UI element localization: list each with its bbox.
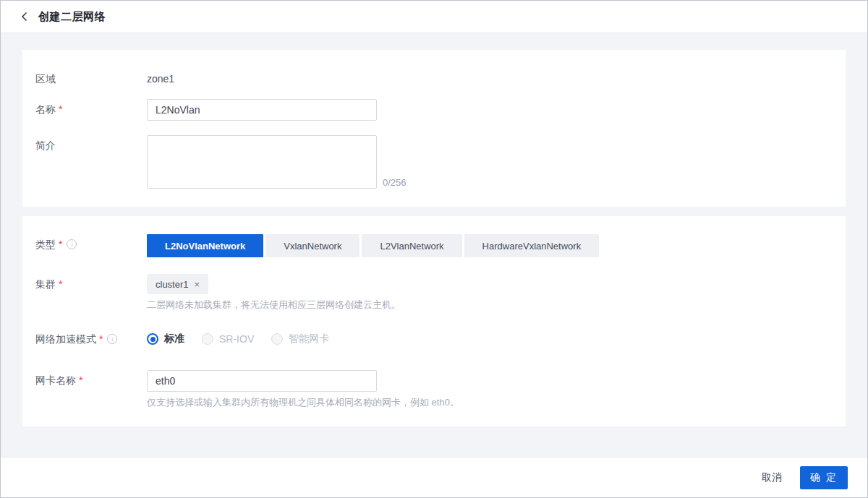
description-label: 简介 [22,135,147,155]
description-row: 简介 0/256 [22,135,846,189]
nic-helper-text: 仅支持选择或输入集群内所有物理机之间具体相同名称的网卡，例如 eth0。 [147,396,846,409]
page-header: 创建二层网络 [1,1,867,33]
zone-label: 区域 [22,69,147,89]
confirm-button[interactable]: 确 定 [800,466,848,489]
back-button[interactable] [21,12,27,22]
radio-smartnic[interactable]: 智能网卡 [271,332,329,345]
char-counter: 0/256 [383,177,407,189]
page-title: 创建二层网络 [38,10,106,24]
name-label: 名称* [22,99,147,119]
type-tab-l2vlan[interactable]: L2VlanNetwork [362,234,461,257]
cancel-button[interactable]: 取消 [759,467,785,489]
zone-row: 区域 zone1 [22,69,846,89]
cluster-tag-label: cluster1 [156,279,189,290]
radio-sriov[interactable]: SR-IOV [202,333,254,345]
basic-info-card: 区域 zone1 名称* 简介 0/ [22,50,846,207]
close-icon[interactable]: × [195,280,200,289]
acceleration-row: 网络加速模式* i 标准 SR-IOV [22,332,846,346]
form-body: 区域 zone1 名称* 简介 0/ [1,33,867,457]
create-l2-network-page: 创建二层网络 区域 zone1 名称* [0,0,868,498]
acceleration-label: 网络加速模式* i [22,332,147,346]
cluster-helper-text: 二层网络未加载集群，将无法使用相应三层网络创建云主机。 [147,299,846,312]
name-row: 名称* [22,99,846,121]
info-icon[interactable]: i [107,334,117,344]
radio-standard[interactable]: 标准 [147,332,184,345]
type-tab-l2novlan[interactable]: L2NoVlanNetwork [147,234,263,257]
radio-unselected-icon [271,333,283,345]
type-tab-vxlan[interactable]: VxlanNetwork [265,234,359,257]
required-mark: * [59,278,62,290]
required-mark: * [79,374,82,386]
cluster-tag[interactable]: cluster1 × [147,274,208,294]
radio-unselected-icon [202,333,213,345]
description-textarea[interactable] [147,135,377,189]
cluster-label: 集群* [22,274,147,294]
required-mark: * [59,103,62,115]
radio-selected-icon [147,333,158,345]
type-tab-hardwarevxlan[interactable]: HardwareVxlanNetwork [464,234,600,257]
type-row: 类型* i L2NoVlanNetwork VxlanNetwork L2Vla… [22,234,846,257]
nic-name-label: 网卡名称* [22,370,147,390]
required-mark: * [59,234,62,254]
type-label: 类型* i [22,234,147,254]
chevron-left-icon [21,12,27,22]
required-mark: * [99,332,103,346]
type-tab-group: L2NoVlanNetwork VxlanNetwork L2VlanNetwo… [147,234,846,257]
network-config-card: 类型* i L2NoVlanNetwork VxlanNetwork L2Vla… [22,216,846,426]
footer-action-bar: 取消 确 定 [1,457,867,497]
name-input[interactable] [147,99,377,121]
info-icon[interactable]: i [67,239,77,249]
nic-name-input[interactable] [147,370,377,392]
acceleration-radio-group: 标准 SR-IOV 智能网卡 [147,332,846,345]
cluster-row: 集群* cluster1 × 二层网络未加载集群，将无法使用相应三层网络创建云主… [22,274,846,312]
zone-value: zone1 [147,73,174,85]
nic-name-row: 网卡名称* 仅支持选择或输入集群内所有物理机之间具体相同名称的网卡，例如 eth… [22,370,846,409]
